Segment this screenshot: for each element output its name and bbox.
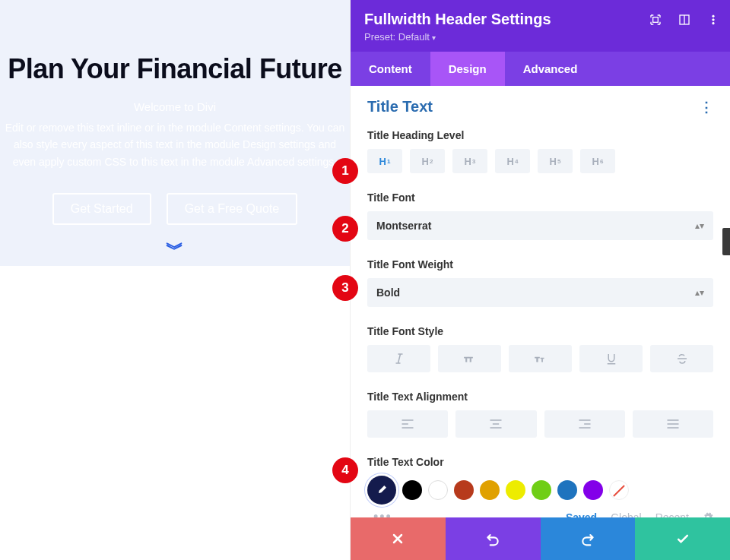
more-colors-icon[interactable]: ••• xyxy=(373,509,392,517)
get-started-button[interactable]: Get Started xyxy=(52,193,151,225)
panel-tabs: Content Design Advanced xyxy=(351,52,730,86)
svg-point-5 xyxy=(713,22,715,24)
align-right-button[interactable] xyxy=(544,410,625,438)
weight-field: Title Font Weight Bold ▴▾ xyxy=(367,258,713,307)
heading-level-field: Title Heading Level H1 H2 H3 H4 H5 H6 xyxy=(367,129,713,173)
palette-tab-global[interactable]: Global xyxy=(611,511,641,518)
kebab-menu-icon[interactable] xyxy=(707,14,719,26)
section-title[interactable]: Title Text xyxy=(367,98,433,115)
underline-button[interactable] xyxy=(579,345,643,372)
tab-design[interactable]: Design xyxy=(430,52,505,86)
align-left-button[interactable] xyxy=(367,410,448,438)
svg-rect-0 xyxy=(653,17,659,23)
font-style-field: Title Font Style TT TT xyxy=(367,325,713,372)
italic-button[interactable] xyxy=(367,345,430,372)
heading-h3[interactable]: H3 xyxy=(452,149,487,173)
preview-title: Plan Your Financial Future xyxy=(0,53,350,85)
strikethrough-button[interactable] xyxy=(650,345,713,372)
color-swatch-amber[interactable] xyxy=(480,480,500,500)
svg-point-3 xyxy=(713,15,715,17)
font-style-label: Title Font Style xyxy=(367,325,713,337)
svg-point-4 xyxy=(713,19,715,21)
svg-text:T: T xyxy=(541,357,544,362)
preset-dropdown[interactable]: Preset: Default xyxy=(364,31,716,43)
tab-advanced[interactable]: Advanced xyxy=(505,52,596,86)
text-color-label: Title Text Color xyxy=(367,456,713,468)
svg-text:TT: TT xyxy=(464,356,472,363)
panel-body: Title Text ⋮ Title Heading Level H1 H2 H… xyxy=(351,86,730,517)
color-swatch-green[interactable] xyxy=(532,480,551,500)
preview-subtitle: Welcome to Divi xyxy=(0,100,350,113)
alignment-field: Title Text Alignment xyxy=(367,391,713,438)
align-justify-button[interactable] xyxy=(633,410,713,438)
font-select[interactable]: Montserrat xyxy=(367,211,713,240)
annotation-marker-3: 3 xyxy=(332,275,358,301)
panel-header: Fullwidth Header Settings Preset: Defaul… xyxy=(351,0,730,52)
cancel-button[interactable] xyxy=(351,517,446,560)
redo-button[interactable] xyxy=(541,517,636,560)
color-swatch-yellow[interactable] xyxy=(506,480,525,500)
undo-button[interactable] xyxy=(446,517,541,560)
panel-footer xyxy=(351,517,730,560)
scrollbar-thumb[interactable] xyxy=(722,228,730,255)
text-color-field: Title Text Color ••• Saved Globa xyxy=(367,456,713,517)
get-free-quote-button[interactable]: Get a Free Quote xyxy=(167,193,298,225)
alignment-label: Title Text Alignment xyxy=(367,391,713,403)
settings-panel: Fullwidth Header Settings Preset: Defaul… xyxy=(350,0,730,560)
uppercase-button[interactable]: TT xyxy=(438,345,501,372)
gear-icon[interactable] xyxy=(703,512,713,518)
heading-h1[interactable]: H1 xyxy=(367,149,402,173)
color-swatch-black[interactable] xyxy=(402,480,422,500)
annotation-marker-4: 4 xyxy=(332,457,358,483)
color-swatch-brown[interactable] xyxy=(454,480,474,500)
annotation-marker-1: 1 xyxy=(332,158,358,184)
font-field: Title Font Montserrat ▴▾ xyxy=(367,191,713,240)
tab-content[interactable]: Content xyxy=(351,52,430,86)
preview-description: Edit or remove this text inline or in th… xyxy=(0,119,350,170)
color-swatch-none[interactable] xyxy=(609,480,629,500)
color-picker-swatch[interactable] xyxy=(367,476,396,505)
smallcaps-button[interactable]: TT xyxy=(509,345,572,372)
color-swatch-blue[interactable] xyxy=(557,480,577,500)
color-swatch-white[interactable] xyxy=(428,480,448,500)
snap-icon[interactable] xyxy=(678,14,690,26)
confirm-button[interactable] xyxy=(635,517,730,560)
heading-level-label: Title Heading Level xyxy=(367,129,713,141)
palette-tab-recent[interactable]: Recent xyxy=(655,511,689,518)
page-preview: Plan Your Financial Future Welcome to Di… xyxy=(0,0,350,266)
heading-h4[interactable]: H4 xyxy=(495,149,530,173)
color-swatch-purple[interactable] xyxy=(583,480,603,500)
svg-text:T: T xyxy=(535,355,539,363)
weight-select[interactable]: Bold xyxy=(367,278,713,307)
heading-h2[interactable]: H2 xyxy=(410,149,445,173)
align-center-button[interactable] xyxy=(455,410,536,438)
font-label: Title Font xyxy=(367,191,713,204)
section-options-icon[interactable]: ⋮ xyxy=(700,99,713,115)
heading-h6[interactable]: H6 xyxy=(580,149,615,173)
scroll-down-icon[interactable]: ︾ xyxy=(0,243,350,256)
weight-label: Title Font Weight xyxy=(367,258,713,271)
annotation-marker-2: 2 xyxy=(332,216,358,242)
expand-icon[interactable] xyxy=(649,14,662,26)
heading-h5[interactable]: H5 xyxy=(538,149,573,173)
palette-tab-saved[interactable]: Saved xyxy=(566,511,597,518)
